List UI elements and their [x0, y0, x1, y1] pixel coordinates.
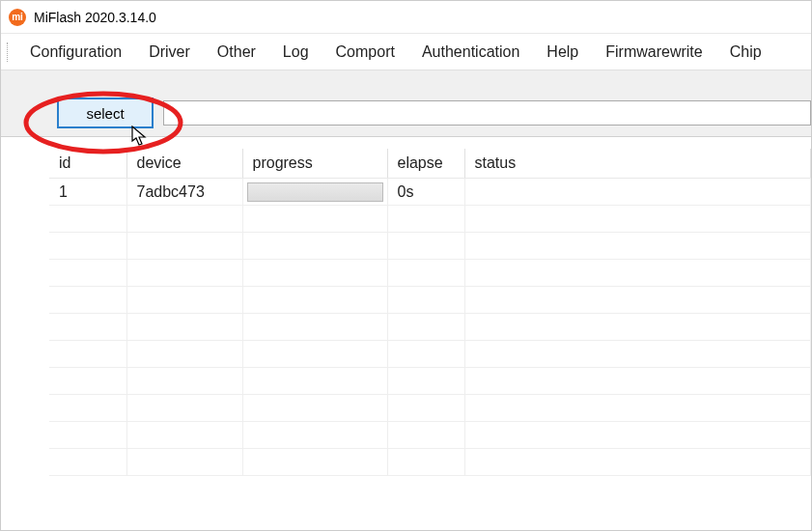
header-status[interactable]: status: [464, 149, 811, 179]
cell-progress: [242, 179, 387, 206]
progress-bar: [247, 182, 383, 202]
menubar: Configuration Driver Other Log Comport A…: [1, 34, 811, 70]
select-button-label: select: [86, 105, 124, 122]
table-row-empty: [49, 314, 811, 341]
path-input[interactable]: [163, 100, 811, 126]
menu-log[interactable]: Log: [269, 38, 322, 67]
window-title: MiFlash 2020.3.14.0: [34, 10, 156, 25]
cell-status: [464, 179, 811, 206]
table-row-empty: [49, 233, 811, 260]
menu-firmwarewrite[interactable]: Firmwarewrite: [592, 38, 715, 67]
menu-comport[interactable]: Comport: [322, 38, 408, 67]
table-row-empty: [49, 287, 811, 314]
menu-driver[interactable]: Driver: [135, 38, 204, 67]
menu-other[interactable]: Other: [204, 38, 269, 67]
menubar-grip: [7, 42, 13, 62]
table-row-empty: [49, 206, 811, 233]
device-table: id device progress elapse status 1 7adbc…: [49, 149, 811, 476]
select-button[interactable]: select: [57, 98, 154, 128]
header-progress[interactable]: progress: [242, 149, 387, 179]
table-row-empty: [49, 422, 811, 449]
toolbar: select: [1, 70, 811, 137]
app-window: mi MiFlash 2020.3.14.0 Configuration Dri…: [0, 0, 812, 531]
cell-device: 7adbc473: [126, 179, 242, 206]
header-elapse[interactable]: elapse: [387, 149, 464, 179]
menu-authentication[interactable]: Authentication: [408, 38, 533, 67]
table-row-empty: [49, 449, 811, 476]
table-row[interactable]: 1 7adbc473 0s: [49, 179, 811, 206]
header-id[interactable]: id: [49, 149, 126, 179]
table-row-empty: [49, 341, 811, 368]
cell-elapse: 0s: [387, 179, 464, 206]
table-row-empty: [49, 395, 811, 422]
table-row-empty: [49, 260, 811, 287]
header-device[interactable]: device: [126, 149, 242, 179]
cell-id: 1: [49, 179, 126, 206]
menu-configuration[interactable]: Configuration: [16, 38, 135, 67]
menu-chip[interactable]: Chip: [716, 38, 775, 67]
table-row-empty: [49, 368, 811, 395]
app-icon: mi: [9, 9, 26, 26]
device-table-container: id device progress elapse status 1 7adbc…: [1, 137, 811, 530]
titlebar: mi MiFlash 2020.3.14.0: [1, 1, 811, 34]
menu-help[interactable]: Help: [533, 38, 592, 67]
